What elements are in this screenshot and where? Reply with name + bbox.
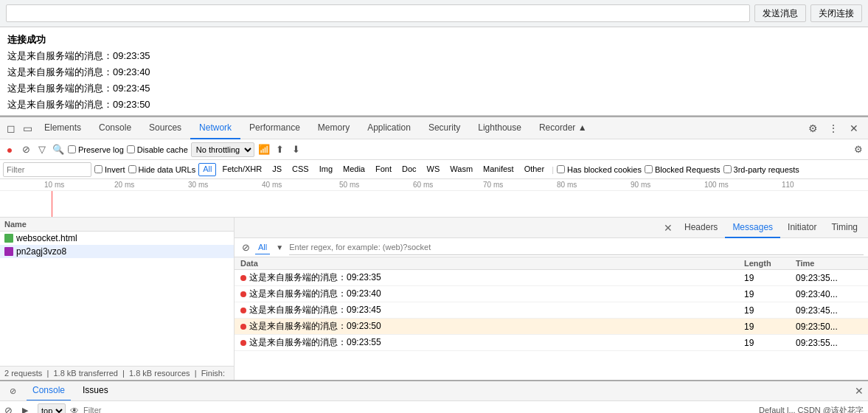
filter-tag-all[interactable]: All — [198, 163, 216, 176]
export-icon[interactable]: ⬇ — [290, 143, 303, 156]
detail-tab-bar: ✕ Headers Messages Initiator Timing — [235, 218, 868, 238]
blocked-requests-input[interactable] — [645, 165, 653, 173]
invert-checkbox[interactable]: Invert — [94, 165, 125, 174]
messages-table[interactable]: 这是来自服务端的消息：09:23:35 19 09:23:35... 这是来自服… — [235, 270, 868, 380]
ruler-20ms: 20 ms — [114, 181, 134, 189]
filter-tag-ws[interactable]: WS — [423, 163, 445, 176]
msg-indicator-4 — [240, 340, 246, 346]
tab-elements[interactable]: Elements — [35, 117, 90, 139]
preserve-log-input[interactable] — [68, 145, 76, 153]
file-row-0[interactable]: websocket.html — [0, 232, 234, 245]
filter-tag-css[interactable]: CSS — [288, 163, 313, 176]
third-party-requests-input[interactable] — [723, 165, 732, 173]
message-row-3[interactable]: 这是来自服务端的消息：09:23:50 19 09:23:50... — [235, 319, 868, 335]
network-settings-icon[interactable]: ⚙ — [852, 143, 865, 156]
network-toolbar: ● ⊘ ▽ 🔍 Preserve log Disable cache No th… — [0, 139, 868, 160]
url-input[interactable] — [6, 4, 750, 22]
close-devtools-icon[interactable]: ✕ — [846, 120, 862, 136]
filter-icon[interactable]: ▽ — [35, 143, 49, 156]
filter-tag-js[interactable]: JS — [268, 163, 286, 176]
file-name-1: pn2agj3vzo8 — [16, 246, 66, 257]
has-blocked-cookies-input[interactable] — [557, 165, 565, 173]
import-icon[interactable]: ⬆ — [274, 143, 287, 156]
preserve-log-checkbox[interactable]: Preserve log — [68, 145, 124, 154]
console-filter-input[interactable] — [83, 403, 754, 414]
msg-filter-all[interactable]: All — [255, 241, 270, 254]
tab-network[interactable]: Network — [190, 117, 240, 139]
msg-clear-icon[interactable]: ⊘ — [239, 241, 252, 254]
filter-tag-manifest[interactable]: Manifest — [479, 163, 518, 176]
filter-tag-fetchxhr[interactable]: Fetch/XHR — [218, 163, 266, 176]
console-close-icon[interactable]: ✕ — [855, 385, 864, 397]
file-list-header: Name — [0, 218, 234, 232]
hide-data-urls-label: Hide data URLs — [139, 165, 196, 174]
clear-icon[interactable]: ⊘ — [19, 143, 32, 156]
page-line-0: 连接成功 — [7, 32, 861, 48]
msg-time-4: 09:23:55... — [796, 338, 862, 348]
wifi-icon[interactable]: 📶 — [257, 143, 271, 156]
file-name-0: websocket.html — [16, 233, 77, 243]
filter-tag-other[interactable]: Other — [520, 163, 549, 176]
invert-input[interactable] — [94, 165, 103, 173]
page-content-area: 连接成功 这是来自服务端的消息：09:23:35 这是来自服务端的消息：09:2… — [0, 27, 868, 116]
detail-tab-headers[interactable]: Headers — [677, 218, 725, 238]
tab-application[interactable]: Application — [358, 117, 420, 139]
close-connection-button[interactable]: 关闭连接 — [810, 4, 862, 22]
tab-recorder[interactable]: Recorder ▲ — [530, 117, 596, 139]
ruler-80ms: 80 ms — [557, 181, 577, 189]
message-row-2[interactable]: 这是来自服务端的消息：09:23:45 19 09:23:45... — [235, 302, 868, 319]
console-context-select[interactable]: top — [38, 403, 66, 414]
filter-tag-font[interactable]: Font — [371, 163, 396, 176]
send-message-button[interactable]: 发送消息 — [754, 4, 806, 22]
file-row-1[interactable]: pn2agj3vzo8 — [0, 245, 234, 258]
msg-text-1: 这是来自服务端的消息：09:23:40 — [249, 288, 381, 300]
has-blocked-cookies-checkbox[interactable]: Has blocked cookies — [557, 165, 642, 174]
filter-tag-img[interactable]: Img — [315, 163, 337, 176]
detail-close-icon[interactable]: ✕ — [659, 222, 677, 234]
page-line-4: 这是来自服务端的消息：09:23:50 — [7, 97, 861, 113]
status-finish: Finish: — [201, 369, 225, 378]
timeline-chart — [0, 191, 868, 218]
hide-data-urls-checkbox[interactable]: Hide data URLs — [128, 165, 196, 174]
msg-time-3: 09:23:50... — [796, 322, 862, 332]
console-tab-console[interactable]: Console — [27, 381, 71, 401]
tab-memory[interactable]: Memory — [309, 117, 358, 139]
filter-input[interactable] — [3, 162, 91, 177]
record-icon[interactable]: ● — [3, 143, 16, 156]
tab-lighthouse[interactable]: Lighthouse — [469, 117, 530, 139]
filter-tag-doc[interactable]: Doc — [397, 163, 421, 176]
message-row-0[interactable]: 这是来自服务端的消息：09:23:35 19 09:23:35... — [235, 270, 868, 286]
console-bar: ⊘ Console Issues ✕ — [0, 380, 868, 400]
file-icon-html — [4, 234, 13, 243]
hide-data-urls-input[interactable] — [128, 165, 136, 173]
tab-performance[interactable]: Performance — [240, 117, 309, 139]
console-bar-icon[interactable]: ⊘ — [4, 383, 21, 399]
console-eye-icon[interactable]: 👁 — [70, 406, 79, 414]
blocked-requests-checkbox[interactable]: Blocked Requests — [645, 165, 721, 174]
detail-tab-timing[interactable]: Timing — [824, 218, 865, 238]
msg-filter-dropdown-icon[interactable]: ▼ — [273, 241, 286, 254]
inspect-icon[interactable]: ◻ — [3, 120, 19, 136]
search-icon[interactable]: 🔍 — [52, 143, 65, 156]
throttle-select[interactable]: No throttling Fast 3G Slow 3G Offline — [191, 142, 254, 157]
disable-cache-checkbox[interactable]: Disable cache — [127, 145, 188, 154]
tab-console[interactable]: Console — [90, 117, 140, 139]
third-party-requests-checkbox[interactable]: 3rd-party requests — [723, 165, 799, 174]
tab-sources[interactable]: Sources — [140, 117, 190, 139]
settings-icon[interactable]: ⚙ — [805, 120, 821, 136]
msg-search-input[interactable] — [289, 240, 864, 255]
msg-header-time: Time — [796, 259, 862, 268]
detail-tab-initiator[interactable]: Initiator — [780, 218, 824, 238]
message-row-4[interactable]: 这是来自服务端的消息：09:23:55 19 09:23:55... — [235, 335, 868, 351]
filter-tag-wasm[interactable]: Wasm — [445, 163, 477, 176]
more-options-icon[interactable]: ⋮ — [825, 120, 841, 136]
message-row-1[interactable]: 这是来自服务端的消息：09:23:40 19 09:23:40... — [235, 286, 868, 302]
detail-tab-messages[interactable]: Messages — [725, 218, 780, 238]
tab-security[interactable]: Security — [420, 117, 469, 139]
filter-tag-media[interactable]: Media — [338, 163, 369, 176]
disable-cache-input[interactable] — [127, 145, 135, 153]
ruler-50ms: 50 ms — [339, 181, 359, 189]
console-expand-icon[interactable]: ▶ — [17, 403, 33, 414]
console-tab-issues[interactable]: Issues — [77, 381, 114, 401]
device-toggle-icon[interactable]: ▭ — [19, 120, 35, 136]
